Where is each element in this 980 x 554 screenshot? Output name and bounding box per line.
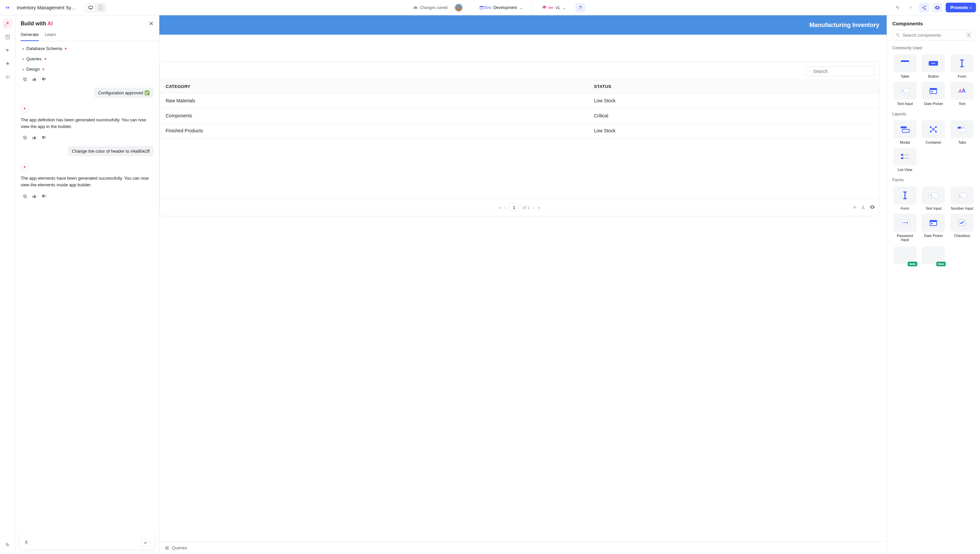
table-search[interactable] — [805, 66, 875, 76]
mic-icon[interactable] — [24, 540, 29, 545]
rail-debug-button[interactable] — [3, 59, 13, 68]
copy-icon[interactable] — [23, 77, 27, 82]
svg-text:A: A — [962, 88, 966, 94]
comp-form[interactable]: Form — [949, 54, 975, 78]
user-avatar[interactable] — [454, 3, 463, 12]
svg-point-25 — [896, 33, 898, 36]
svg-point-32 — [932, 63, 933, 64]
promote-button[interactable]: Promote › — [946, 3, 976, 12]
redo-button[interactable] — [906, 3, 916, 12]
rail-theme-button[interactable] — [3, 539, 13, 549]
comp-label: Checkbox — [954, 234, 970, 238]
pager-last-button[interactable]: » — [538, 205, 540, 210]
app-logo[interactable] — [4, 4, 12, 12]
queries-label: Queries — [172, 545, 187, 550]
queries-bar[interactable]: Queries — [159, 541, 887, 554]
download-button[interactable] — [861, 205, 865, 210]
preview-button[interactable] — [932, 3, 942, 12]
comp-new-2[interactable]: New — [921, 246, 947, 264]
comp-label: Date Picker — [924, 234, 943, 238]
app-name-input[interactable]: Inventory Management System — [17, 5, 77, 10]
send-button[interactable]: ↵ — [141, 539, 150, 547]
thumbs-up-icon[interactable] — [32, 194, 37, 199]
comp-label: Date Picker — [924, 102, 943, 106]
comp-button[interactable]: Button — [921, 54, 947, 78]
pager-prev-button[interactable]: ‹ — [504, 205, 506, 210]
search-icon — [809, 69, 810, 74]
close-button[interactable]: ✕ — [149, 20, 154, 27]
version-selector[interactable]: ver v1 ⌄ — [539, 4, 568, 11]
desktop-device-button[interactable] — [86, 4, 95, 11]
refresh-button[interactable] — [575, 3, 585, 12]
table-row[interactable]: Finished ProductsLow Stock — [160, 123, 879, 138]
share-button[interactable] — [919, 3, 929, 12]
rail-settings-button[interactable] — [3, 72, 13, 82]
comp-number-input[interactable]: 1_Number Input — [949, 186, 975, 210]
clear-search-button[interactable]: ✕ — [966, 32, 972, 38]
rail-ai-button[interactable] — [3, 19, 13, 29]
pager-next-button[interactable]: › — [533, 205, 535, 210]
table-card[interactable]: CATEGORY STATUS Raw MaterialsLow Stock C… — [159, 61, 879, 217]
components-search-input[interactable] — [903, 33, 963, 38]
save-status-text: Changes saved — [420, 5, 447, 10]
comp-date-picker2[interactable]: Date Picker — [921, 214, 947, 242]
table-search-input[interactable] — [813, 68, 871, 74]
cell: Components — [160, 108, 588, 123]
comp-new-1[interactable]: New — [892, 246, 918, 264]
comp-date-picker[interactable]: Date Picker — [921, 82, 947, 106]
comp-checkbox[interactable]: Checkbox — [949, 214, 975, 242]
comp-label: Text Input — [926, 206, 942, 210]
rail-pages-button[interactable] — [3, 32, 13, 42]
sparkle-icon: ✦ — [44, 57, 47, 61]
left-rail — [0, 15, 15, 554]
ai-input-wrap: ↵ — [20, 521, 154, 549]
grid-layouts: Modal Container Tabs List View — [887, 117, 980, 176]
components-search[interactable]: ✕ — [892, 30, 975, 40]
visibility-button[interactable] — [870, 205, 875, 210]
comp-modal[interactable]: Modal — [892, 120, 918, 144]
mobile-device-button[interactable] — [96, 4, 105, 11]
comp-text-input[interactable]: T_Text Input — [892, 82, 918, 106]
cell: Critical — [588, 108, 879, 123]
tree-row-schema[interactable]: ▸ Database Schema ✦ — [21, 45, 154, 53]
comp-list-view[interactable]: List View — [892, 148, 918, 172]
table-row[interactable]: ComponentsCritical — [160, 108, 879, 123]
thumbs-down-icon[interactable] — [41, 77, 46, 82]
thumbs-up-icon[interactable] — [32, 135, 37, 140]
ai-message: The app elements have been generated suc… — [21, 175, 154, 188]
copy-icon[interactable] — [23, 135, 27, 140]
tree-row-design[interactable]: ▸ Design ✦ — [21, 65, 154, 73]
thumbs-down-icon[interactable] — [41, 194, 46, 199]
col-status[interactable]: STATUS — [588, 80, 879, 93]
pager-page-input[interactable] — [509, 203, 519, 211]
ai-prompt-input[interactable] — [24, 524, 150, 539]
app-preview-header[interactable]: Manufacturing Inventory — [159, 15, 887, 35]
svg-point-12 — [7, 76, 8, 78]
tree-row-queries[interactable]: ▸ Queries ✦ — [21, 55, 154, 63]
undo-button[interactable] — [892, 3, 902, 12]
env-selector[interactable]: Env Development ⌄ — [477, 4, 526, 11]
rail-inspect-button[interactable] — [3, 45, 13, 55]
table-row[interactable]: Raw MaterialsLow Stock — [160, 93, 879, 108]
comp-tabs[interactable]: Tabs — [949, 120, 975, 144]
comp-text[interactable]: AAText — [949, 82, 975, 106]
canvas-scroll[interactable]: Manufacturing Inventory CATEGORY STATU — [159, 15, 887, 541]
comp-container[interactable]: Container — [921, 120, 947, 144]
tab-learn[interactable]: Learn — [45, 29, 56, 41]
svg-rect-0 — [89, 6, 93, 9]
user-message: Configuration approved ✅ — [94, 88, 154, 98]
col-category[interactable]: CATEGORY — [160, 80, 588, 93]
thumbs-down-icon[interactable] — [41, 135, 46, 140]
add-row-button[interactable] — [852, 205, 857, 210]
comp-text-input2[interactable]: T_Text Input — [921, 186, 947, 210]
comp-form2[interactable]: Form — [892, 186, 918, 210]
tab-generate[interactable]: Generate — [21, 29, 39, 41]
canvas-body: CATEGORY STATUS Raw MaterialsLow Stock C… — [159, 35, 887, 223]
new-badge: New — [936, 262, 946, 266]
copy-icon[interactable] — [23, 194, 27, 199]
thumbs-up-icon[interactable] — [32, 77, 37, 82]
pager-first-button[interactable]: « — [499, 205, 501, 210]
ai-avatar-icon: ✦ — [21, 105, 29, 113]
comp-password-input[interactable]: Password Input — [892, 214, 918, 242]
comp-table[interactable]: Table — [892, 54, 918, 78]
